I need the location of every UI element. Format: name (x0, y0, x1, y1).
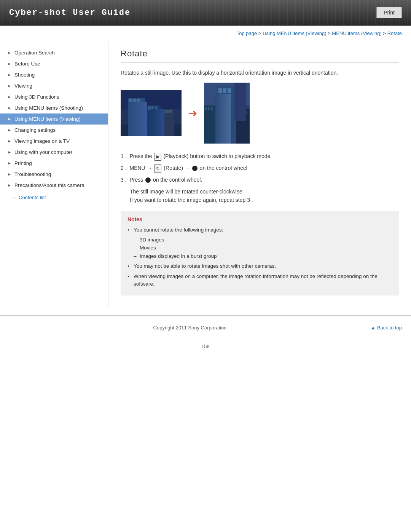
arrow-icon: ► (8, 95, 11, 99)
sidebar-item-troubleshooting[interactable]: ► Troubleshooting (0, 169, 108, 180)
sidebar-item-label: Using MENU items (Shooting) (14, 105, 83, 111)
arrow-icon: ► (8, 139, 11, 143)
copyright: Copyright 2011 Sony Corporation (9, 321, 371, 334)
svg-rect-29 (228, 100, 231, 104)
arrow-icon: ► (8, 128, 11, 132)
svg-rect-32 (208, 107, 210, 110)
sidebar-item-label: Before Use (14, 61, 40, 67)
rotate-menu-icon: ↻ (154, 165, 161, 173)
note-subitem-burst: Images displayed in a burst group (134, 252, 392, 260)
back-to-top-link[interactable]: ▲ Back to top (371, 325, 402, 331)
page-title: Rotate (121, 49, 399, 63)
arrow-icon: ► (8, 51, 11, 55)
sidebar-item-label: Printing (14, 160, 32, 166)
svg-rect-35 (239, 111, 241, 114)
step-3: 3 . Press on the control wheel. (121, 176, 399, 184)
svg-rect-11 (151, 106, 154, 110)
footer-bar: Copyright 2011 Sony Corporation ▲ Back t… (0, 315, 411, 340)
sidebar-item-label: Using MENU items (Viewing) (14, 116, 81, 122)
note-sublist: 3D images Movies Images displayed in a b… (134, 236, 392, 260)
step-1: 1 . Press the ▶ (Playback) button to swi… (121, 152, 399, 161)
vertical-image (204, 83, 250, 144)
svg-rect-15 (166, 110, 169, 113)
sidebar-item-label: Using with your computer (14, 149, 72, 155)
control-wheel-icon (192, 166, 198, 171)
svg-rect-36 (242, 111, 244, 114)
sidebar-item-viewing[interactable]: ► Viewing (0, 80, 108, 91)
arrow-icon: ► (8, 62, 11, 66)
sidebar-item-menu-shooting[interactable]: ► Using MENU items (Shooting) (0, 102, 108, 113)
print-button[interactable]: Print (376, 7, 402, 18)
breadcrumb-using-menu-viewing[interactable]: Using MENU items (Viewing) (263, 30, 326, 36)
back-to-top-label: Back to top (377, 325, 402, 331)
rotate-arrow-icon: ➜ (188, 107, 197, 120)
page-number: 158 (0, 340, 411, 357)
arrow-icon: ► (8, 161, 11, 165)
sidebar-item-before-use[interactable]: ► Before Use (0, 58, 108, 69)
sidebar-item-label: Viewing images on a TV (14, 138, 70, 144)
steps-list: 1 . Press the ▶ (Playback) button to swi… (121, 152, 399, 204)
notes-list: You cannot rotate the following images: … (127, 226, 392, 288)
sidebar-item-shooting[interactable]: ► Shooting (0, 69, 108, 80)
svg-rect-14 (163, 110, 166, 113)
sidebar: ► Operation Search ► Before Use ► Shooti… (0, 41, 108, 308)
sidebar-item-label: Changing settings (14, 127, 56, 133)
svg-rect-31 (205, 107, 207, 110)
svg-rect-12 (155, 106, 158, 110)
arrow-icon: ► (8, 150, 11, 154)
svg-rect-33 (211, 107, 213, 110)
main-layout: ► Operation Search ► Before Use ► Shooti… (0, 41, 411, 308)
sidebar-item-menu-viewing[interactable]: ► Using MENU items (Viewing) (0, 113, 108, 125)
sidebar-item-label: Viewing (14, 83, 32, 89)
control-wheel-icon-2 (145, 177, 151, 183)
svg-rect-26 (228, 95, 231, 99)
arrow-icon: ► (8, 106, 11, 110)
svg-rect-37 (245, 111, 247, 114)
sidebar-item-viewing-tv[interactable]: ► Viewing images on a TV (0, 136, 108, 147)
main-content: Rotate Rotates a still image. Use this t… (108, 41, 411, 308)
svg-rect-19 (204, 83, 250, 105)
svg-rect-7 (129, 105, 132, 109)
svg-rect-27 (218, 100, 222, 104)
svg-rect-8 (133, 105, 136, 109)
breadcrumb: Top page > Using MENU items (Viewing) > … (0, 26, 411, 41)
arrow-icon: ► (8, 172, 11, 176)
breadcrumb-top-page[interactable]: Top page (237, 30, 257, 36)
arrow-icon: ► (8, 84, 11, 88)
svg-rect-20 (217, 86, 236, 144)
svg-rect-6 (137, 99, 140, 103)
site-title: Cyber-shot User Guide (9, 8, 131, 18)
intro-text: Rotates a still image. Use this to displ… (121, 70, 399, 76)
sidebar-item-printing[interactable]: ► Printing (0, 158, 108, 169)
sidebar-item-3d-functions[interactable]: ► Using 3D Functions (0, 91, 108, 102)
note-item-1: You cannot rotate the following images: … (127, 226, 392, 260)
svg-rect-28 (223, 100, 226, 104)
sidebar-item-label: Operation Search (14, 50, 55, 56)
page-header: Cyber-shot User Guide Print (0, 0, 411, 26)
svg-rect-22 (223, 88, 226, 93)
svg-rect-23 (228, 88, 231, 93)
contents-list-label: Contents list (19, 195, 46, 200)
svg-rect-24 (218, 95, 222, 99)
sidebar-item-label: Using 3D Functions (14, 94, 59, 100)
svg-rect-25 (223, 95, 226, 99)
breadcrumb-menu-items-viewing[interactable]: MENU items (Viewing) (332, 30, 382, 36)
sidebar-item-precautions[interactable]: ► Precautions/About this camera (0, 180, 108, 191)
svg-rect-5 (133, 99, 136, 103)
svg-rect-9 (147, 105, 161, 136)
svg-rect-10 (148, 106, 151, 110)
svg-rect-3 (128, 98, 145, 136)
contents-list-link[interactable]: → Contents list (0, 191, 108, 204)
sidebar-item-changing-settings[interactable]: ► Changing settings (0, 125, 108, 136)
image-area: ➜ (121, 83, 399, 144)
breadcrumb-rotate[interactable]: Rotate (387, 30, 402, 36)
playback-icon: ▶ (155, 153, 161, 161)
sidebar-item-label: Shooting (14, 72, 35, 78)
svg-rect-13 (162, 109, 174, 136)
svg-rect-21 (218, 88, 222, 93)
note-subitem-3d: 3D images (134, 236, 392, 244)
notes-box: Notes You cannot rotate the following im… (121, 211, 399, 296)
arrow-icon: ► (8, 73, 11, 77)
sidebar-item-operation-search[interactable]: ► Operation Search (0, 47, 108, 58)
sidebar-item-computer[interactable]: ► Using with your computer (0, 147, 108, 158)
